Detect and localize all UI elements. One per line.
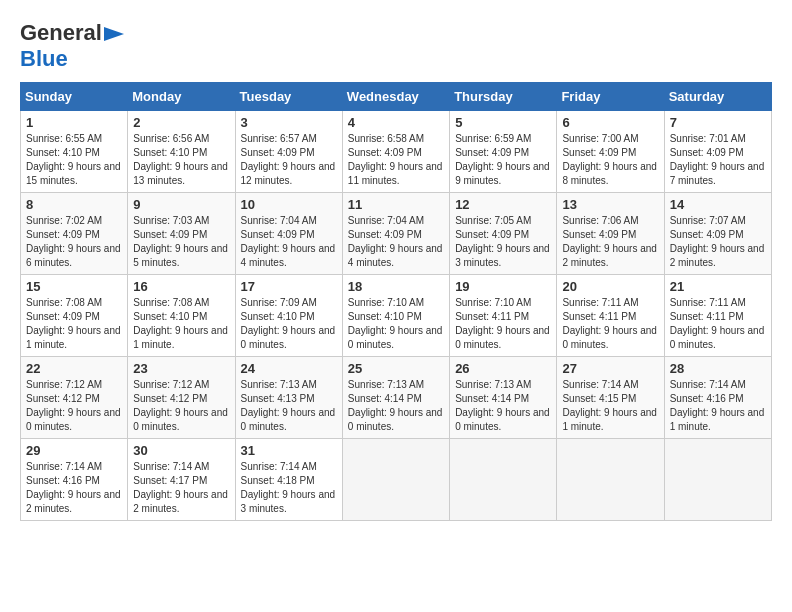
day-detail: Sunrise: 7:08 AMSunset: 4:09 PMDaylight:…	[26, 296, 122, 352]
logo-arrow-icon	[104, 25, 126, 43]
day-number: 31	[241, 443, 337, 458]
calendar-cell: 16Sunrise: 7:08 AMSunset: 4:10 PMDayligh…	[128, 275, 235, 357]
calendar-cell: 18Sunrise: 7:10 AMSunset: 4:10 PMDayligh…	[342, 275, 449, 357]
day-number: 24	[241, 361, 337, 376]
logo-blue: Blue	[20, 46, 68, 71]
logo: General Blue	[20, 20, 126, 72]
calendar-cell: 13Sunrise: 7:06 AMSunset: 4:09 PMDayligh…	[557, 193, 664, 275]
day-detail: Sunrise: 7:10 AMSunset: 4:10 PMDaylight:…	[348, 296, 444, 352]
day-detail: Sunrise: 7:04 AMSunset: 4:09 PMDaylight:…	[348, 214, 444, 270]
day-number: 21	[670, 279, 766, 294]
day-number: 20	[562, 279, 658, 294]
calendar-cell: 9Sunrise: 7:03 AMSunset: 4:09 PMDaylight…	[128, 193, 235, 275]
calendar-header-row: SundayMondayTuesdayWednesdayThursdayFrid…	[21, 83, 772, 111]
day-number: 7	[670, 115, 766, 130]
day-detail: Sunrise: 7:08 AMSunset: 4:10 PMDaylight:…	[133, 296, 229, 352]
day-detail: Sunrise: 7:07 AMSunset: 4:09 PMDaylight:…	[670, 214, 766, 270]
day-number: 26	[455, 361, 551, 376]
day-detail: Sunrise: 6:55 AMSunset: 4:10 PMDaylight:…	[26, 132, 122, 188]
calendar-week-4: 22Sunrise: 7:12 AMSunset: 4:12 PMDayligh…	[21, 357, 772, 439]
calendar-cell: 6Sunrise: 7:00 AMSunset: 4:09 PMDaylight…	[557, 111, 664, 193]
day-detail: Sunrise: 7:01 AMSunset: 4:09 PMDaylight:…	[670, 132, 766, 188]
calendar-cell: 25Sunrise: 7:13 AMSunset: 4:14 PMDayligh…	[342, 357, 449, 439]
calendar-cell: 7Sunrise: 7:01 AMSunset: 4:09 PMDaylight…	[664, 111, 771, 193]
day-number: 27	[562, 361, 658, 376]
day-detail: Sunrise: 7:12 AMSunset: 4:12 PMDaylight:…	[26, 378, 122, 434]
col-header-wednesday: Wednesday	[342, 83, 449, 111]
day-number: 11	[348, 197, 444, 212]
calendar-cell: 10Sunrise: 7:04 AMSunset: 4:09 PMDayligh…	[235, 193, 342, 275]
calendar-week-3: 15Sunrise: 7:08 AMSunset: 4:09 PMDayligh…	[21, 275, 772, 357]
calendar-cell: 17Sunrise: 7:09 AMSunset: 4:10 PMDayligh…	[235, 275, 342, 357]
day-number: 16	[133, 279, 229, 294]
day-number: 12	[455, 197, 551, 212]
calendar-cell: 24Sunrise: 7:13 AMSunset: 4:13 PMDayligh…	[235, 357, 342, 439]
calendar-cell	[342, 439, 449, 521]
calendar-cell: 2Sunrise: 6:56 AMSunset: 4:10 PMDaylight…	[128, 111, 235, 193]
calendar-cell: 5Sunrise: 6:59 AMSunset: 4:09 PMDaylight…	[450, 111, 557, 193]
day-detail: Sunrise: 7:14 AMSunset: 4:16 PMDaylight:…	[670, 378, 766, 434]
day-detail: Sunrise: 6:59 AMSunset: 4:09 PMDaylight:…	[455, 132, 551, 188]
day-detail: Sunrise: 7:13 AMSunset: 4:14 PMDaylight:…	[455, 378, 551, 434]
svg-marker-0	[104, 27, 124, 41]
calendar-cell	[557, 439, 664, 521]
calendar-cell: 30Sunrise: 7:14 AMSunset: 4:17 PMDayligh…	[128, 439, 235, 521]
day-number: 14	[670, 197, 766, 212]
day-number: 30	[133, 443, 229, 458]
col-header-tuesday: Tuesday	[235, 83, 342, 111]
calendar-cell: 8Sunrise: 7:02 AMSunset: 4:09 PMDaylight…	[21, 193, 128, 275]
day-number: 3	[241, 115, 337, 130]
day-detail: Sunrise: 7:13 AMSunset: 4:14 PMDaylight:…	[348, 378, 444, 434]
day-number: 9	[133, 197, 229, 212]
day-detail: Sunrise: 7:02 AMSunset: 4:09 PMDaylight:…	[26, 214, 122, 270]
day-number: 6	[562, 115, 658, 130]
calendar-cell: 3Sunrise: 6:57 AMSunset: 4:09 PMDaylight…	[235, 111, 342, 193]
day-detail: Sunrise: 7:14 AMSunset: 4:18 PMDaylight:…	[241, 460, 337, 516]
calendar-table: SundayMondayTuesdayWednesdayThursdayFrid…	[20, 82, 772, 521]
day-number: 28	[670, 361, 766, 376]
day-number: 4	[348, 115, 444, 130]
logo-general: General	[20, 20, 102, 46]
calendar-cell	[450, 439, 557, 521]
calendar-cell: 1Sunrise: 6:55 AMSunset: 4:10 PMDaylight…	[21, 111, 128, 193]
calendar-cell: 22Sunrise: 7:12 AMSunset: 4:12 PMDayligh…	[21, 357, 128, 439]
day-detail: Sunrise: 7:11 AMSunset: 4:11 PMDaylight:…	[562, 296, 658, 352]
day-detail: Sunrise: 7:03 AMSunset: 4:09 PMDaylight:…	[133, 214, 229, 270]
day-detail: Sunrise: 7:05 AMSunset: 4:09 PMDaylight:…	[455, 214, 551, 270]
calendar-cell: 26Sunrise: 7:13 AMSunset: 4:14 PMDayligh…	[450, 357, 557, 439]
day-number: 10	[241, 197, 337, 212]
day-detail: Sunrise: 7:11 AMSunset: 4:11 PMDaylight:…	[670, 296, 766, 352]
day-number: 19	[455, 279, 551, 294]
calendar-cell: 27Sunrise: 7:14 AMSunset: 4:15 PMDayligh…	[557, 357, 664, 439]
day-detail: Sunrise: 7:00 AMSunset: 4:09 PMDaylight:…	[562, 132, 658, 188]
day-detail: Sunrise: 7:14 AMSunset: 4:17 PMDaylight:…	[133, 460, 229, 516]
calendar-cell: 14Sunrise: 7:07 AMSunset: 4:09 PMDayligh…	[664, 193, 771, 275]
col-header-saturday: Saturday	[664, 83, 771, 111]
day-detail: Sunrise: 7:10 AMSunset: 4:11 PMDaylight:…	[455, 296, 551, 352]
day-detail: Sunrise: 6:57 AMSunset: 4:09 PMDaylight:…	[241, 132, 337, 188]
col-header-thursday: Thursday	[450, 83, 557, 111]
day-detail: Sunrise: 7:14 AMSunset: 4:15 PMDaylight:…	[562, 378, 658, 434]
page-header: General Blue	[20, 20, 772, 72]
day-number: 25	[348, 361, 444, 376]
calendar-cell: 15Sunrise: 7:08 AMSunset: 4:09 PMDayligh…	[21, 275, 128, 357]
day-number: 17	[241, 279, 337, 294]
day-number: 18	[348, 279, 444, 294]
calendar-cell: 11Sunrise: 7:04 AMSunset: 4:09 PMDayligh…	[342, 193, 449, 275]
calendar-cell: 21Sunrise: 7:11 AMSunset: 4:11 PMDayligh…	[664, 275, 771, 357]
day-detail: Sunrise: 7:13 AMSunset: 4:13 PMDaylight:…	[241, 378, 337, 434]
day-detail: Sunrise: 7:06 AMSunset: 4:09 PMDaylight:…	[562, 214, 658, 270]
day-number: 22	[26, 361, 122, 376]
day-detail: Sunrise: 6:58 AMSunset: 4:09 PMDaylight:…	[348, 132, 444, 188]
calendar-week-1: 1Sunrise: 6:55 AMSunset: 4:10 PMDaylight…	[21, 111, 772, 193]
calendar-cell: 20Sunrise: 7:11 AMSunset: 4:11 PMDayligh…	[557, 275, 664, 357]
calendar-cell: 19Sunrise: 7:10 AMSunset: 4:11 PMDayligh…	[450, 275, 557, 357]
day-number: 29	[26, 443, 122, 458]
day-detail: Sunrise: 7:09 AMSunset: 4:10 PMDaylight:…	[241, 296, 337, 352]
calendar-cell: 29Sunrise: 7:14 AMSunset: 4:16 PMDayligh…	[21, 439, 128, 521]
day-number: 13	[562, 197, 658, 212]
day-detail: Sunrise: 7:04 AMSunset: 4:09 PMDaylight:…	[241, 214, 337, 270]
calendar-cell: 12Sunrise: 7:05 AMSunset: 4:09 PMDayligh…	[450, 193, 557, 275]
day-detail: Sunrise: 7:12 AMSunset: 4:12 PMDaylight:…	[133, 378, 229, 434]
col-header-sunday: Sunday	[21, 83, 128, 111]
